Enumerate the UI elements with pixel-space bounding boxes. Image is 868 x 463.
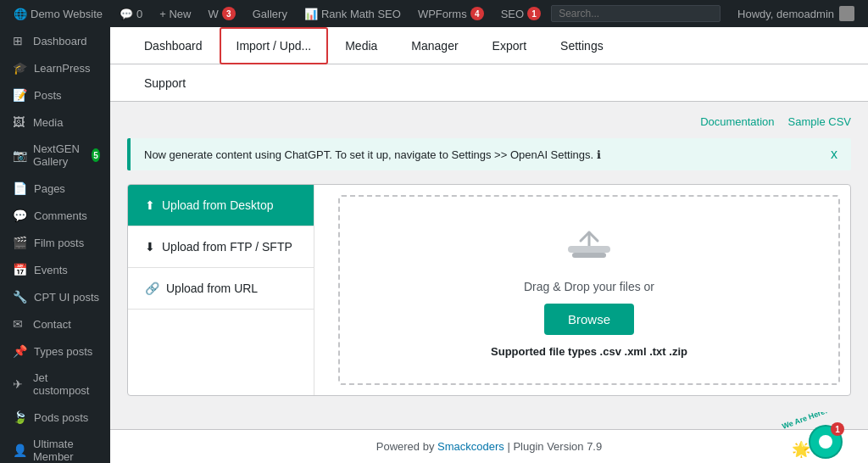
sidebar-item-label: Dashboard — [33, 35, 87, 47]
admin-bar-wp[interactable]: W 3 — [201, 0, 242, 27]
plugin-content: Documentation Sample CSV Now generate co… — [110, 102, 868, 429]
footer-powered-by: Powered by — [376, 440, 435, 453]
sidebar-item-label: Pods posts — [34, 411, 88, 424]
sidebar: ⊞ Dashboard 🎓 LearnPress 📝 Posts 🖼 Media… — [0, 27, 110, 463]
seo-badge: 1 — [527, 7, 541, 20]
pods-icon: 🍃 — [13, 410, 27, 424]
sample-csv-link[interactable]: Sample CSV — [788, 115, 851, 128]
admin-bar-search-input[interactable] — [551, 5, 721, 22]
upload-url-label: Upload from URL — [166, 282, 258, 295]
sidebar-item-label: Jet custompost — [33, 371, 100, 397]
tab-settings[interactable]: Settings — [543, 27, 620, 64]
svg-text:🌟: 🌟 — [792, 440, 811, 459]
upload-ftp-label: Upload from FTP / SFTP — [162, 240, 292, 254]
sidebar-item-events[interactable]: 📅 Events — [0, 256, 110, 283]
info-banner-close[interactable]: x — [831, 147, 837, 162]
tab-support[interactable]: Support — [127, 64, 203, 102]
admin-bar-wpforms[interactable]: WPForms 4 — [411, 0, 491, 27]
svg-rect-1 — [572, 253, 606, 258]
upload-desktop-label: Upload from Desktop — [162, 198, 274, 212]
nextgen-badge: 5 — [92, 148, 100, 162]
upload-section: ⬆ Upload from Desktop ⬇ Upload from FTP … — [127, 184, 851, 396]
new-label: + New — [159, 8, 191, 20]
media-icon: 🖼 — [13, 115, 26, 129]
tab-nav-row1: Dashboard Import / Upd... Media Manager … — [110, 27, 868, 64]
sidebar-item-jet-custompost[interactable]: ✈ Jet custompost — [0, 365, 110, 404]
upload-url-btn[interactable]: 🔗 Upload from URL — [128, 268, 314, 310]
svg-point-4 — [819, 435, 832, 449]
upload-desktop-icon: ⬆ — [145, 198, 155, 212]
footer-version: | Plugin Version 7.9 — [507, 440, 602, 453]
tab-dashboard[interactable]: Dashboard — [127, 27, 220, 64]
admin-bar-search-area — [551, 5, 727, 22]
plugin-footer: Powered by Smackcoders | Plugin Version … — [110, 429, 868, 463]
sidebar-item-label: LearnPress — [34, 62, 90, 75]
sidebar-item-label: Comments — [34, 209, 87, 222]
tab-export[interactable]: Export — [476, 27, 543, 64]
footer-smackcoders-link[interactable]: Smackcoders — [437, 440, 504, 453]
sidebar-item-learnpress[interactable]: 🎓 LearnPress — [0, 54, 110, 81]
sidebar-item-types-posts[interactable]: 📌 Types posts — [0, 337, 110, 365]
admin-bar-new[interactable]: + New — [153, 0, 198, 27]
admin-bar-howdy[interactable]: Howdy, demoadmin — [731, 6, 861, 21]
contact-icon: ✉ — [13, 317, 26, 331]
wpforms-badge: 4 — [470, 7, 484, 20]
sidebar-item-posts[interactable]: 📝 Posts — [0, 81, 110, 109]
info-banner: Now generate content using ChatGPT. To s… — [127, 138, 851, 170]
upload-ftp-btn[interactable]: ⬇ Upload from FTP / SFTP — [128, 226, 314, 268]
member-icon: 👤 — [13, 443, 26, 457]
info-icon: ℹ — [597, 148, 601, 161]
site-name: Demo Website — [31, 8, 103, 20]
dashboard-icon: ⊞ — [13, 34, 26, 47]
upload-desktop-btn[interactable]: ⬆ Upload from Desktop — [128, 185, 314, 226]
browse-button[interactable]: Browse — [544, 304, 634, 335]
footer-mascot: 1 We Are Here! 🌟 — [775, 412, 851, 463]
sidebar-item-nextgen[interactable]: 📷 NextGEN Gallery 5 — [0, 136, 110, 175]
wp-logo-icon: 🌐 — [14, 8, 27, 20]
sidebar-item-label: Posts — [34, 89, 62, 102]
admin-bar-comments[interactable]: 💬 0 — [113, 0, 149, 27]
howdy-text: Howdy, demoadmin — [737, 8, 834, 20]
admin-bar-seo[interactable]: SEO 1 — [494, 0, 548, 27]
jet-icon: ✈ — [13, 377, 26, 391]
sidebar-item-label: Film posts — [34, 237, 84, 249]
events-icon: 📅 — [13, 263, 27, 276]
sidebar-item-cpt-ui[interactable]: 🔧 CPT UI posts — [0, 283, 110, 310]
sidebar-item-media[interactable]: 🖼 Media — [0, 109, 110, 136]
admin-bar-site[interactable]: 🌐 Demo Website — [7, 0, 109, 27]
sidebar-item-dashboard[interactable]: ⊞ Dashboard — [0, 27, 110, 54]
tab-media[interactable]: Media — [328, 27, 394, 64]
sidebar-item-label: Pages — [34, 182, 65, 195]
sidebar-item-comments[interactable]: 💬 Comments — [0, 202, 110, 229]
content-area: Dashboard Import / Upd... Media Manager … — [110, 27, 868, 463]
rankmath-icon: 📊 — [304, 8, 318, 20]
sidebar-item-ultimate-member[interactable]: 👤 Ultimate Member — [0, 431, 110, 463]
admin-bar-rankmath[interactable]: 📊 Rank Math SEO — [298, 0, 408, 27]
comments-icon: 💬 — [13, 209, 27, 222]
admin-bar-gallery[interactable]: Gallery — [246, 0, 294, 27]
comment-count: 0 — [136, 8, 142, 20]
avatar — [839, 6, 854, 21]
pages-icon: 📄 — [13, 181, 27, 195]
learnpress-icon: 🎓 — [13, 61, 27, 75]
sidebar-item-pages[interactable]: 📄 Pages — [0, 175, 110, 202]
sidebar-item-film-posts[interactable]: 🎬 Film posts — [0, 229, 110, 256]
cloud-upload-icon — [564, 222, 615, 270]
sidebar-item-pods-posts[interactable]: 🍃 Pods posts — [0, 404, 110, 431]
info-banner-text: Now generate content using ChatGPT. To s… — [144, 148, 593, 161]
documentation-link[interactable]: Documentation — [700, 115, 774, 128]
admin-bar: 🌐 Demo Website 💬 0 + New W 3 Gallery 📊 R… — [0, 0, 868, 27]
tab-manager[interactable]: Manager — [394, 27, 475, 64]
film-icon: 🎬 — [13, 236, 27, 249]
svg-text:1: 1 — [835, 425, 840, 434]
upload-url-icon: 🔗 — [145, 282, 159, 295]
posts-icon: 📝 — [13, 88, 27, 102]
upload-ftp-icon: ⬇ — [145, 240, 155, 254]
sidebar-item-label: Types posts — [34, 345, 92, 358]
tab-import[interactable]: Import / Upd... — [220, 27, 329, 64]
sidebar-item-label: Contact — [33, 318, 71, 331]
sidebar-item-label: Events — [34, 264, 68, 276]
wp-icon: W — [208, 8, 218, 20]
sidebar-item-contact[interactable]: ✉ Contact — [0, 310, 110, 337]
upload-dropzone[interactable]: Drag & Drop your files or Browse Support… — [338, 195, 840, 385]
